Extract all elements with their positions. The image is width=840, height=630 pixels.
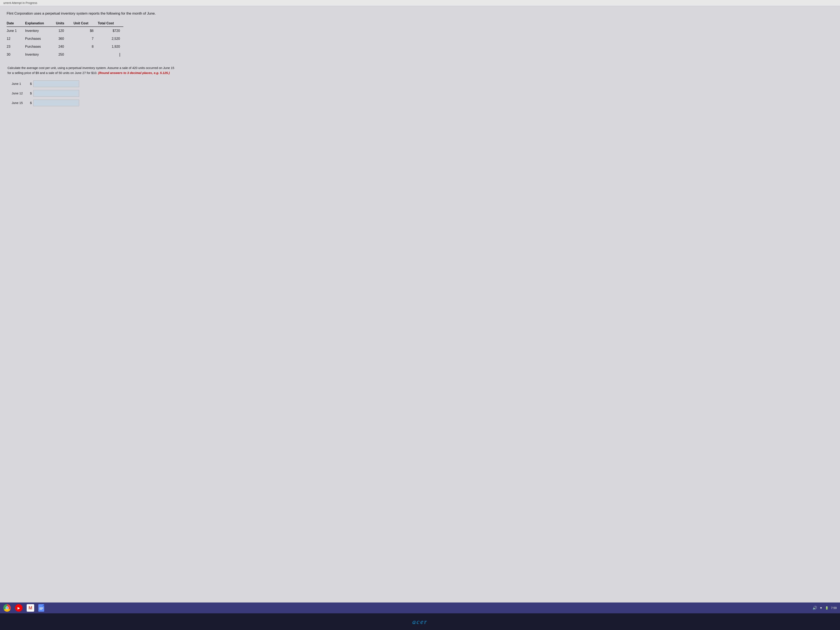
answer-label-june12: June 12 — [12, 92, 28, 95]
answer-row-june12: June 12 $ — [12, 90, 833, 97]
time-display: 7:59 — [831, 606, 837, 609]
table-row: June 1Inventory120$6$720 — [7, 27, 123, 35]
dollar-sign-2: $ — [30, 92, 32, 95]
table-row: 12Purchases36072,520 — [7, 35, 123, 43]
intro-paragraph: Flint Corporation uses a perpetual inven… — [7, 11, 833, 16]
instructions-text2: (Round answers to 3 decimal places, e.g.… — [98, 71, 170, 74]
taskbar: ▶ M 🔊 ▼ 🔋 7:59 — [0, 603, 840, 613]
docs-lines — [39, 608, 43, 609]
instructions-block: Calculate the average cost per unit, usi… — [7, 65, 177, 76]
play-icon: ▶ — [17, 606, 20, 610]
answer-input-june1[interactable] — [33, 81, 79, 87]
table-row: 23Purchases24081,920 — [7, 43, 123, 51]
header-explanation: Explanation — [24, 20, 55, 27]
battery-icon: 🔋 — [825, 606, 829, 609]
taskbar-right: 🔊 ▼ 🔋 7:59 — [813, 606, 837, 610]
dollar-sign-1: $ — [30, 82, 32, 85]
answer-input-june15[interactable] — [33, 99, 79, 106]
docs-corner — [42, 604, 44, 606]
volume-icon: 🔊 — [813, 606, 817, 610]
header-total-cost: Total Cost — [97, 20, 123, 27]
header-units: Units — [55, 20, 73, 27]
top-bar: urrent Attempt in Progress — [0, 0, 840, 6]
answer-input-june12[interactable] — [33, 90, 79, 97]
wifi-icon: ▼ — [819, 606, 823, 609]
answer-section: June 1 $ June 12 $ June 15 $ — [7, 81, 833, 106]
answer-label-june1: June 1 — [12, 82, 28, 85]
answer-row-june1: June 1 $ — [12, 81, 833, 87]
taskbar-left: ▶ M — [3, 604, 44, 612]
docs-icon[interactable] — [38, 604, 44, 612]
gmail-icon[interactable]: M — [27, 604, 34, 612]
header-date: Date — [7, 20, 24, 27]
youtube-icon[interactable]: ▶ — [15, 604, 22, 612]
chrome-icon[interactable] — [3, 604, 11, 612]
top-bar-text: urrent Attempt in Progress — [3, 1, 37, 5]
answer-label-june15: June 15 — [12, 101, 28, 104]
table-row: 30Inventory250 — [7, 51, 123, 59]
main-content: Flint Corporation uses a perpetual inven… — [0, 6, 840, 603]
header-unit-cost: Unit Cost — [73, 20, 97, 27]
answer-row-june15: June 15 $ — [12, 99, 833, 106]
acer-bar: acer — [0, 613, 840, 630]
inventory-table: Date Explanation Units Unit Cost Total C… — [7, 20, 123, 59]
chrome-center — [6, 606, 8, 609]
dollar-sign-3: $ — [30, 101, 32, 104]
acer-logo: acer — [412, 618, 428, 625]
gmail-letter: M — [28, 605, 32, 611]
